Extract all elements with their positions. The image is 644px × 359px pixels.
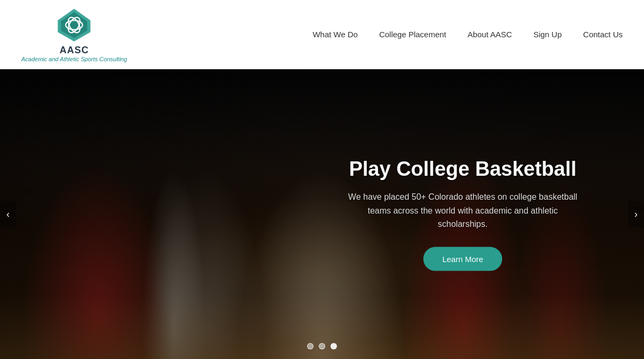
hero-section: ‹ Play College Basketball We have placed… [0,69,644,359]
carousel-next-button[interactable]: › [628,201,644,227]
logo-text: AASC [60,45,89,56]
hero-content: Play College Basketball We have placed 5… [345,158,580,271]
header: AASC Academic and Athletic Sports Consul… [0,0,644,69]
logo-icon [55,6,93,44]
carousel-dot-2[interactable] [319,343,325,349]
carousel-dots [307,343,337,349]
nav-item-what-we-do[interactable]: What We Do [312,30,358,39]
hero-title: Play College Basketball [345,158,580,181]
carousel-dot-1[interactable] [307,343,313,349]
main-nav: What We Do College Placement About AASC … [312,30,623,39]
logo-area: AASC Academic and Athletic Sports Consul… [21,6,127,62]
nav-item-contact[interactable]: Contact Us [583,30,623,39]
nav-item-college-placement[interactable]: College Placement [379,30,446,39]
nav-item-about[interactable]: About AASC [468,30,512,39]
learn-more-button[interactable]: Learn More [423,247,503,271]
nav-item-signup[interactable]: Sign Up [533,30,561,39]
carousel-dot-3[interactable] [331,343,337,349]
hero-subtitle: We have placed 50+ Colorado athletes on … [345,190,580,231]
carousel-prev-button[interactable]: ‹ [0,201,16,227]
logo-tagline: Academic and Athletic Sports Consulting [21,56,127,62]
